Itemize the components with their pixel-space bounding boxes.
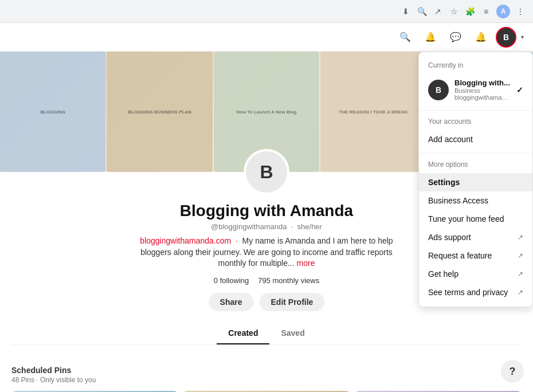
browser-puzzle-icon[interactable]: 🧩 [464,6,476,17]
settings-label: Settings [428,178,460,187]
bio-more-link[interactable]: more [297,258,315,268]
download-icon[interactable]: ⬇ [400,6,411,17]
get-help-external-icon: ↗ [518,270,523,278]
account-info: Blogging with... Business bloggingwitham… [454,79,511,101]
main-content: BLOGGING BLOGGING BUSINESS PLAN How To L… [0,52,533,392]
browser-share-icon[interactable]: ↗ [432,6,444,17]
scheduled-subtitle: 48 Pins · Only visible to you [11,376,522,384]
bell-button[interactable]: 🔔 [471,27,491,48]
handle-text: @bloggingwithamanda [211,222,287,231]
browser-extensions-icon[interactable]: ≡ [480,6,492,17]
divider-2 [419,153,532,154]
account-type: Business [454,87,511,94]
browser-menu-icon[interactable]: ⋮ [515,6,526,17]
profile-actions: Share Edit Profile [209,293,325,311]
your-accounts-label: Your accounts [419,115,532,130]
dropdown-panel: Currently in B Blogging with... Business… [418,52,533,307]
more-options-label: More options [419,158,532,173]
dropdown-scroll: Currently in B Blogging with... Business… [419,59,532,300]
request-feature-label: Request a feature [428,251,492,260]
avatar: B [244,149,289,195]
terms-privacy-external-icon: ↗ [518,288,523,296]
tab-saved[interactable]: Saved [269,323,316,344]
terms-privacy-label: See terms and privacy [428,288,508,297]
profile-bio: bloggingwithamanda.com · My name is Aman… [138,236,395,269]
monthly-views: 795 monthly views [258,276,319,285]
check-icon: ✓ [516,85,523,95]
edit-profile-button[interactable]: Edit Profile [260,293,325,311]
current-account-item[interactable]: B Blogging with... Business bloggingwith… [419,74,532,105]
user-avatar-button[interactable]: B [496,27,516,48]
add-account-link[interactable]: Add account [419,130,532,148]
menu-item-request-feature[interactable]: Request a feature ↗ [419,246,532,265]
profile-stats: 0 following 795 monthly views [214,276,319,285]
pinterest-header: 🔍 🔔 💬 🔔 B ▾ [0,23,533,52]
browser-bookmark-icon[interactable]: ☆ [448,6,460,17]
browser-toolbar: ⬇ 🔍 ↗ ☆ 🧩 ≡ A ⋮ [0,0,533,23]
cover-tile-2: BLOGGING BUSINESS PLAN [107,52,212,172]
menu-item-business-access[interactable]: Business Access [419,191,532,210]
scheduled-section: Scheduled Pins 48 Pins · Only visible to… [0,356,533,392]
following-count[interactable]: 0 following [214,276,249,285]
tab-created[interactable]: Created [217,323,269,344]
account-url: bloggingwithamanda... [454,94,511,101]
browser-search-icon[interactable]: 🔍 [416,6,428,17]
tune-feed-label: Tune your home feed [428,214,504,224]
profile-handle: @bloggingwithamanda · she/her [211,222,322,231]
pronouns-text: she/her [297,222,322,231]
get-help-label: Get help [428,269,458,279]
messages-button[interactable]: 💬 [445,27,466,48]
menu-item-terms-privacy[interactable]: See terms and privacy ↗ [419,283,532,300]
search-button[interactable]: 🔍 [395,27,416,48]
menu-item-settings[interactable]: Settings [419,173,532,191]
share-button[interactable]: Share [209,293,254,311]
currently-in-label: Currently in [419,59,532,74]
account-name: Blogging with... [454,79,511,87]
account-avatar: B [428,80,449,100]
cover-tile-4: THE REASON I TOOK A BREAK [320,52,426,172]
request-feature-external-icon: ↗ [518,252,523,260]
ads-support-label: Ads support [428,233,471,242]
menu-item-ads-support[interactable]: Ads support ↗ [419,228,532,246]
ads-support-external-icon: ↗ [518,233,523,241]
profile-tabs: Created Saved [11,323,522,345]
cover-tile-1: BLOGGING [0,52,105,172]
scheduled-title: Scheduled Pins [11,366,522,375]
profile-website[interactable]: bloggingwithamanda.com [140,236,231,245]
menu-item-tune-feed[interactable]: Tune your home feed [419,210,532,228]
browser-profile-avatar[interactable]: A [496,5,510,18]
business-access-label: Business Access [428,196,488,205]
help-button[interactable]: ? [501,360,524,383]
divider-1 [419,110,532,111]
add-account-label: Add account [428,135,473,144]
notifications-button[interactable]: 🔔 [420,27,441,48]
menu-item-get-help[interactable]: Get help ↗ [419,265,532,283]
profile-name: Blogging with Amanda [180,202,353,220]
header-chevron-icon[interactable]: ▾ [521,34,524,40]
